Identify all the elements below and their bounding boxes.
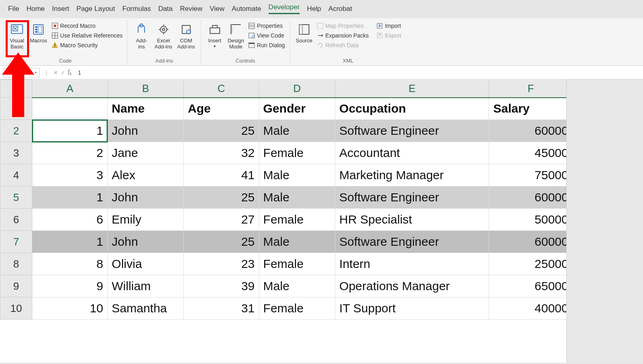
cell[interactable]: 50000 [489,209,573,231]
row-header-9[interactable]: 9 [0,275,32,297]
cell[interactable]: Marketing Manager [335,164,489,186]
header-cell[interactable]: Name [107,98,184,120]
menu-view[interactable]: View [210,5,225,13]
cell[interactable]: Female [259,297,335,320]
cell[interactable]: 39 [184,275,259,297]
insert-control-button[interactable]: Insert ▾ [204,21,225,50]
properties-button[interactable]: Properties [246,21,286,30]
row-header-10[interactable]: 10 [0,297,32,320]
menu-data[interactable]: Data [158,5,173,13]
cell[interactable]: 27 [184,209,259,231]
row-header-4[interactable]: 4 [0,164,32,186]
excel-addins-button[interactable]: Excel Add-ins [152,21,174,52]
cell[interactable]: 25000 [489,253,573,275]
cell[interactable]: John [107,231,184,253]
cell[interactable]: 9 [32,275,108,297]
cell[interactable]: Female [259,142,335,164]
cell[interactable]: 1 [32,186,108,209]
cell[interactable]: Female [259,253,335,275]
cell[interactable]: 23 [184,253,259,275]
formula-input[interactable]: 1 [76,69,92,76]
record-macro-button[interactable]: Record Macro [50,21,124,30]
column-header-C[interactable]: C [184,80,259,98]
cell[interactable]: 25 [184,231,259,253]
fx-icon[interactable]: fx [68,69,76,76]
com-addins-button[interactable]: COM Add-ins [175,21,198,52]
row-header-6[interactable]: 6 [0,209,32,231]
header-cell[interactable] [32,98,108,120]
cell[interactable]: Accountant [335,142,489,164]
macros-button[interactable]: Macros [27,21,50,46]
addins-button[interactable]: Add- ins [131,21,152,52]
cell[interactable]: 60000 [489,186,573,209]
menu-page-layout[interactable]: Page Layout [76,5,115,13]
header-cell[interactable]: Salary [489,98,573,120]
cell[interactable]: Software Engineer [335,231,489,253]
cell[interactable]: 60000 [489,231,573,253]
cell[interactable]: Samantha [107,297,184,320]
xml-import-button[interactable]: Import [374,21,403,30]
visual-basic-button[interactable]: Visual Basic [6,21,27,52]
cell[interactable]: 75000 [489,164,573,186]
cell[interactable]: Jane [107,142,184,164]
row-header-2[interactable]: 2 [0,120,32,142]
column-header-D[interactable]: D [259,80,335,98]
menu-help[interactable]: Help [307,5,321,13]
expansion-packs-button[interactable]: Expansion Packs [315,31,370,40]
spreadsheet-grid[interactable]: ABCDEF1NameAgeGenderOccupationSalary21Jo… [0,79,643,363]
cell[interactable]: 2 [32,142,108,164]
header-cell[interactable]: Occupation [335,98,489,120]
cell[interactable]: Software Engineer [335,120,489,142]
column-header-A[interactable]: A [32,80,108,98]
view-code-button[interactable]: View Code [246,31,286,40]
design-mode-button[interactable]: Design Mode [225,21,246,52]
cell[interactable]: Male [259,275,335,297]
column-header-B[interactable]: B [107,80,184,98]
cell[interactable]: 60000 [489,120,573,142]
cell[interactable]: 32 [184,142,259,164]
cell[interactable]: Male [259,120,335,142]
cell[interactable]: 41 [184,164,259,186]
menu-developer[interactable]: Developer [269,3,300,14]
cell[interactable]: 1 [32,231,108,253]
xml-source-button[interactable]: Source [293,21,315,46]
header-cell[interactable]: Age [184,98,259,120]
cancel-icon[interactable]: ✕ [53,69,61,76]
cell[interactable]: Software Engineer [335,186,489,209]
cell[interactable]: 25 [184,120,259,142]
cell[interactable]: 10 [32,297,108,320]
cell[interactable]: IT Support [335,297,489,320]
cell[interactable]: John [107,120,184,142]
cell[interactable]: Alex [107,164,184,186]
menu-file[interactable]: File [8,5,19,13]
menu-formulas[interactable]: Formulas [122,5,151,13]
cell[interactable]: Emily [107,209,184,231]
menu-acrobat[interactable]: Acrobat [328,5,352,13]
header-cell[interactable]: Gender [259,98,335,120]
cell[interactable]: 8 [32,253,108,275]
cell[interactable]: 3 [32,164,108,186]
menu-home[interactable]: Home [26,5,44,13]
menu-review[interactable]: Review [180,5,203,13]
column-header-E[interactable]: E [335,80,489,98]
column-header-F[interactable]: F [489,80,573,98]
cell[interactable]: 40000 [489,297,573,320]
cell[interactable]: 25 [184,186,259,209]
menu-insert[interactable]: Insert [52,5,69,13]
row-header-5[interactable]: 5 [0,186,32,209]
macro-security-button[interactable]: Macro Security [50,41,124,50]
cell[interactable]: Olivia [107,253,184,275]
cell[interactable]: 1 [32,120,108,142]
cell[interactable]: 45000 [489,142,573,164]
enter-icon[interactable]: ✓ [61,69,68,76]
cell[interactable]: William [107,275,184,297]
cell[interactable]: HR Specialist [335,209,489,231]
cell[interactable]: Male [259,164,335,186]
cell[interactable]: 65000 [489,275,573,297]
cell[interactable]: Female [259,209,335,231]
run-dialog-button[interactable]: Run Dialog [246,41,286,50]
cell[interactable]: John [107,186,184,209]
cell[interactable]: 31 [184,297,259,320]
row-header-7[interactable]: 7 [0,231,32,253]
use-relative-button[interactable]: Use Relative References [50,31,124,40]
